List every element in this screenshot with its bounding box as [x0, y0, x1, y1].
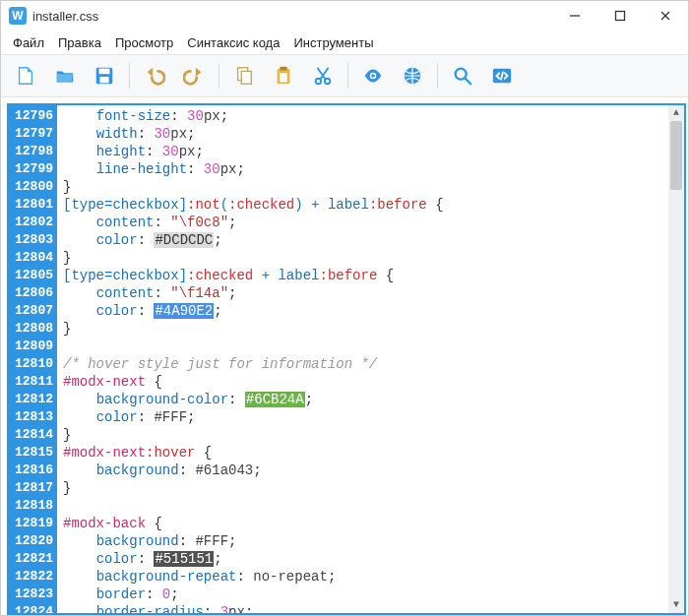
line-number: 12820 — [15, 532, 53, 550]
code-line[interactable]: height: 30px; — [63, 143, 678, 160]
line-number: 12809 — [15, 338, 53, 355]
code-line[interactable]: #modx-next:hover { — [63, 444, 678, 462]
line-number: 12808 — [15, 320, 53, 338]
close-button[interactable] — [643, 1, 688, 31]
svg-rect-5 — [99, 69, 110, 75]
menu-view[interactable]: Просмотр — [115, 35, 173, 50]
svg-rect-11 — [280, 73, 286, 82]
code-line[interactable]: /* hover style just for information */ — [63, 355, 678, 373]
code-line[interactable]: background-repeat: no-repeat; — [63, 568, 678, 585]
line-number: 12812 — [15, 391, 53, 408]
svg-point-15 — [371, 74, 375, 78]
app-icon: W — [9, 7, 27, 25]
line-number: 12804 — [15, 249, 53, 267]
copy-button[interactable] — [229, 61, 259, 91]
code-line[interactable]: color: #DCDCDC; — [63, 231, 678, 249]
undo-button[interactable] — [140, 61, 169, 91]
redo-button[interactable] — [179, 61, 209, 91]
code-line[interactable]: color: #515151; — [63, 550, 678, 568]
code-view-button[interactable] — [487, 61, 517, 91]
line-number: 12824 — [15, 603, 53, 615]
line-number: 12807 — [15, 302, 53, 320]
line-number: 12810 — [15, 355, 53, 373]
code-line[interactable]: } — [63, 178, 678, 196]
find-button[interactable] — [448, 61, 477, 91]
line-number: 12802 — [15, 214, 53, 231]
code-line[interactable] — [63, 338, 678, 355]
line-number: 12803 — [15, 231, 53, 249]
code-line[interactable]: border-radius: 3px; — [63, 603, 678, 613]
code-line[interactable]: content: "\f0c8"; — [63, 214, 678, 231]
line-number: 12816 — [15, 462, 53, 479]
code-line[interactable]: [type=checkbox]:not(:checked) + label:be… — [63, 196, 678, 214]
code-editor[interactable]: 1279612797127981279912800128011280212803… — [7, 103, 686, 615]
line-number: 12823 — [15, 585, 53, 603]
code-line[interactable]: } — [63, 479, 678, 497]
code-line[interactable]: border: 0; — [63, 585, 678, 603]
menu-syntax[interactable]: Синтаксис кода — [187, 35, 280, 50]
line-number: 12806 — [15, 284, 53, 302]
code-line[interactable]: color: #FFF; — [63, 408, 678, 426]
code-line[interactable]: background: #FFF; — [63, 532, 678, 550]
vertical-scrollbar[interactable]: ▲ ▼ — [668, 105, 684, 613]
code-line[interactable] — [63, 497, 678, 515]
line-number: 12817 — [15, 479, 53, 497]
paste-button[interactable] — [269, 61, 298, 91]
menu-edit[interactable]: Правка — [58, 35, 101, 50]
svg-rect-10 — [280, 67, 286, 71]
browser-button[interactable] — [398, 61, 427, 91]
line-number: 12815 — [15, 444, 53, 462]
svg-line-18 — [466, 79, 471, 85]
code-line[interactable]: [type=checkbox]:checked + label:before { — [63, 267, 678, 284]
line-number: 12813 — [15, 408, 53, 426]
code-line[interactable]: background-color: #6CB24A; — [63, 391, 678, 408]
line-number: 12811 — [15, 373, 53, 391]
code-line[interactable]: #modx-back { — [63, 515, 678, 532]
code-line[interactable]: } — [63, 426, 678, 444]
svg-rect-8 — [241, 71, 251, 84]
minimize-button[interactable] — [552, 1, 597, 31]
line-number: 12819 — [15, 515, 53, 532]
svg-rect-6 — [99, 77, 108, 83]
titlebar: W installer.css — [1, 1, 688, 31]
code-line[interactable]: line-height: 30px; — [63, 160, 678, 178]
line-number: 12797 — [15, 125, 53, 143]
menu-file[interactable]: Файл — [13, 35, 44, 50]
code-content[interactable]: font-size: 30px; width: 30px; height: 30… — [57, 105, 684, 613]
line-number: 12805 — [15, 267, 53, 284]
line-number: 12798 — [15, 143, 53, 160]
svg-rect-1 — [616, 12, 625, 21]
code-line[interactable]: content: "\f14a"; — [63, 284, 678, 302]
line-number: 12821 — [15, 550, 53, 568]
code-line[interactable]: font-size: 30px; — [63, 107, 678, 125]
cut-button[interactable] — [308, 61, 338, 91]
window-title: installer.css — [32, 9, 98, 24]
scroll-up-icon[interactable]: ▲ — [668, 105, 684, 121]
menu-tools[interactable]: Инструменты — [293, 35, 373, 50]
code-line[interactable]: } — [63, 320, 678, 338]
code-line[interactable]: color: #4A90E2; — [63, 302, 678, 320]
line-number: 12799 — [15, 160, 53, 178]
save-button[interactable] — [90, 61, 119, 91]
line-number: 12818 — [15, 497, 53, 515]
maximize-button[interactable] — [597, 1, 643, 31]
menubar: Файл Правка Просмотр Синтаксис кода Инст… — [1, 31, 688, 54]
scroll-down-icon[interactable]: ▼ — [668, 597, 684, 613]
line-number-gutter: 1279612797127981279912800128011280212803… — [9, 105, 57, 613]
scrollbar-thumb[interactable] — [670, 121, 682, 190]
new-file-button[interactable] — [11, 61, 40, 91]
line-number: 12814 — [15, 426, 53, 444]
line-number: 12822 — [15, 568, 53, 585]
open-button[interactable] — [50, 61, 80, 91]
code-line[interactable]: } — [63, 249, 678, 267]
code-line[interactable]: width: 30px; — [63, 125, 678, 143]
line-number: 12800 — [15, 178, 53, 196]
code-line[interactable]: background: #61a043; — [63, 462, 678, 479]
preview-button[interactable] — [358, 61, 388, 91]
toolbar — [1, 54, 688, 97]
line-number: 12796 — [15, 107, 53, 125]
code-line[interactable]: #modx-next { — [63, 373, 678, 391]
line-number: 12801 — [15, 196, 53, 214]
